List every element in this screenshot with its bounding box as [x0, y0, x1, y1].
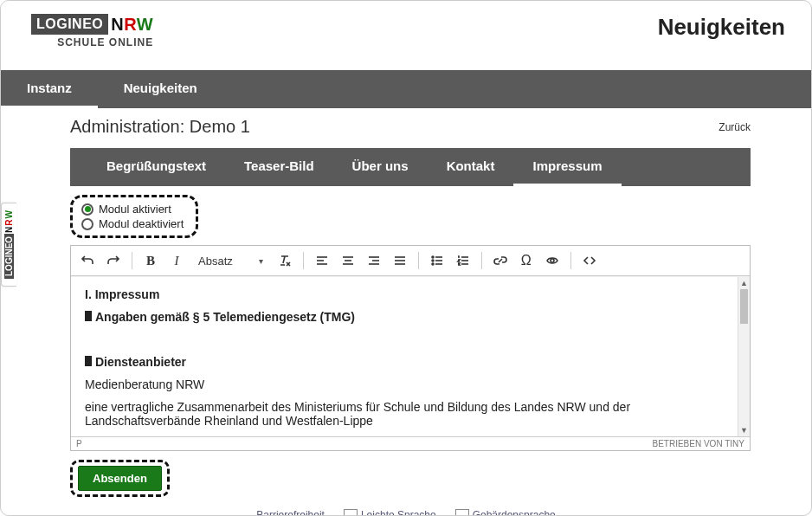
- toolbar-separator: [570, 252, 571, 269]
- tab-kontakt[interactable]: Kontakt: [428, 148, 514, 186]
- submit-button[interactable]: Absenden: [78, 466, 162, 491]
- submit-highlight: Absenden: [70, 460, 170, 497]
- footer-leichte-sprache-link[interactable]: Leichte Sprache: [344, 509, 436, 516]
- module-radio-group: Modul aktiviert Modul deaktiviert: [70, 195, 198, 238]
- header: LOGINEO NRW SCHULE ONLINE Neuigkeiten: [1, 1, 811, 53]
- source-code-button[interactable]: [578, 249, 601, 272]
- nav-instanz[interactable]: Instanz: [1, 70, 98, 108]
- align-left-button[interactable]: [311, 249, 333, 272]
- back-link[interactable]: Zurück: [719, 121, 751, 133]
- format-select[interactable]: Absatz ▾: [191, 249, 270, 272]
- footer-links: Barrierefreiheit Leichte Sprache Gebärde…: [1, 509, 811, 516]
- link-icon: [493, 254, 507, 268]
- unordered-list-icon: [430, 254, 444, 268]
- logo-dark: LOGINEO: [31, 14, 108, 35]
- format-select-label: Absatz: [198, 255, 233, 268]
- side-badge-r: R: [4, 219, 14, 225]
- toolbar-separator: [481, 252, 482, 269]
- scroll-thumb[interactable]: [740, 289, 748, 324]
- footer-leichte-sprache-label: Leichte Sprache: [361, 509, 436, 516]
- svg-point-21: [551, 259, 554, 262]
- logo-nrw: NRW: [111, 15, 153, 35]
- align-justify-button[interactable]: [389, 249, 411, 272]
- logo[interactable]: LOGINEO NRW SCHULE ONLINE: [31, 14, 153, 48]
- align-right-icon: [367, 254, 381, 268]
- side-badge-n: N: [4, 227, 14, 233]
- editor-body[interactable]: I. Impressum Angaben gemäß § 5 Telemedie…: [71, 276, 750, 436]
- rich-text-editor: B I Absatz ▾ Ω: [70, 245, 751, 451]
- toolbar-separator: [132, 252, 132, 269]
- gebaerden-icon: [455, 509, 469, 516]
- clear-format-button[interactable]: [274, 249, 296, 272]
- footer-gebaerden-label: Gebärdensprache: [473, 509, 556, 516]
- radio-deactivated-label: Modul deaktiviert: [99, 217, 184, 230]
- scroll-down-icon[interactable]: ▼: [738, 424, 750, 436]
- side-badge[interactable]: LOGINEO NRW: [1, 203, 16, 287]
- ordered-list-button[interactable]: [452, 249, 474, 272]
- clear-format-icon: [278, 254, 292, 268]
- editor-line-tmg: Angaben gemäß § 5 Telemediengesetz (TMG): [85, 310, 734, 324]
- code-icon: [583, 254, 596, 268]
- subtabs: Begrüßungstext Teaser-Bild Über uns Kont…: [70, 148, 751, 186]
- editor-scrollbar[interactable]: ▲ ▼: [738, 277, 750, 436]
- unordered-list-button[interactable]: [426, 249, 448, 272]
- tab-ueber-uns[interactable]: Über uns: [333, 148, 428, 186]
- tab-teaser-bild[interactable]: Teaser-Bild: [225, 148, 333, 186]
- ordered-list-icon: [456, 254, 470, 268]
- special-char-button[interactable]: Ω: [515, 249, 538, 272]
- logo-nrw-r: R: [124, 15, 137, 34]
- svg-point-13: [432, 260, 434, 261]
- editor-status-path: P: [76, 439, 82, 448]
- page-subheader: Administration: Demo 1 Zurück: [1, 108, 811, 141]
- radio-activated[interactable]: Modul aktiviert: [81, 203, 184, 216]
- leichte-sprache-icon: [344, 509, 358, 516]
- tab-begruessungstext[interactable]: Begrüßungstext: [87, 148, 225, 186]
- chevron-down-icon: ▾: [259, 256, 263, 266]
- svg-point-14: [432, 263, 434, 265]
- radio-deactivated[interactable]: Modul deaktiviert: [81, 217, 184, 230]
- toolbar-separator: [303, 252, 304, 269]
- footer-accessibility-link[interactable]: Barrierefreiheit: [256, 509, 325, 516]
- undo-icon: [81, 254, 94, 268]
- align-center-icon: [341, 254, 355, 268]
- radio-activated-label: Modul aktiviert: [99, 203, 171, 216]
- editor-line-dienst: Diensteanbieter: [85, 355, 734, 369]
- logo-subtitle: SCHULE ONLINE: [31, 36, 153, 48]
- editor-content[interactable]: I. Impressum Angaben gemäß § 5 Telemedie…: [85, 287, 734, 426]
- logo-nrw-n: N: [111, 15, 124, 34]
- editor-toolbar: B I Absatz ▾ Ω: [71, 246, 750, 276]
- subheader-title: Administration: Demo 1: [70, 117, 250, 137]
- editor-footer: P BETRIEBEN VON TINY: [71, 436, 750, 450]
- align-center-button[interactable]: [337, 249, 359, 272]
- radio-activated-input[interactable]: [81, 203, 93, 216]
- align-justify-icon: [393, 254, 407, 268]
- undo-button[interactable]: [76, 249, 99, 272]
- page-title: Neuigkeiten: [658, 14, 785, 41]
- align-right-button[interactable]: [363, 249, 385, 272]
- toolbar-separator: [418, 252, 419, 269]
- side-badge-logo-dark: LOGINEO: [4, 234, 14, 279]
- link-button[interactable]: [489, 249, 512, 272]
- redo-button[interactable]: [102, 249, 125, 272]
- logo-nrw-w: W: [137, 15, 153, 34]
- main-nav: Instanz Neuigkeiten: [1, 70, 811, 108]
- editor-p1: Medienberatung NRW: [85, 377, 734, 391]
- scroll-up-icon[interactable]: ▲: [738, 277, 750, 289]
- svg-point-12: [432, 256, 434, 258]
- italic-button[interactable]: I: [165, 249, 188, 272]
- redo-icon: [106, 254, 120, 268]
- footer-gebaerdensprache-link[interactable]: Gebärdensprache: [455, 509, 556, 516]
- side-badge-w: W: [4, 210, 14, 218]
- eye-icon: [545, 254, 559, 268]
- radio-deactivated-input[interactable]: [81, 218, 93, 230]
- nav-neuigkeiten[interactable]: Neuigkeiten: [98, 70, 223, 108]
- align-left-icon: [315, 254, 329, 268]
- editor-heading: I. Impressum: [85, 287, 734, 301]
- editor-p2: eine vertragliche Zusammenarbeit des Min…: [85, 400, 734, 428]
- editor-powered-by: BETRIEBEN VON TINY: [652, 439, 744, 448]
- tab-impressum[interactable]: Impressum: [513, 148, 621, 186]
- preview-button[interactable]: [541, 249, 564, 272]
- bold-button[interactable]: B: [139, 249, 162, 272]
